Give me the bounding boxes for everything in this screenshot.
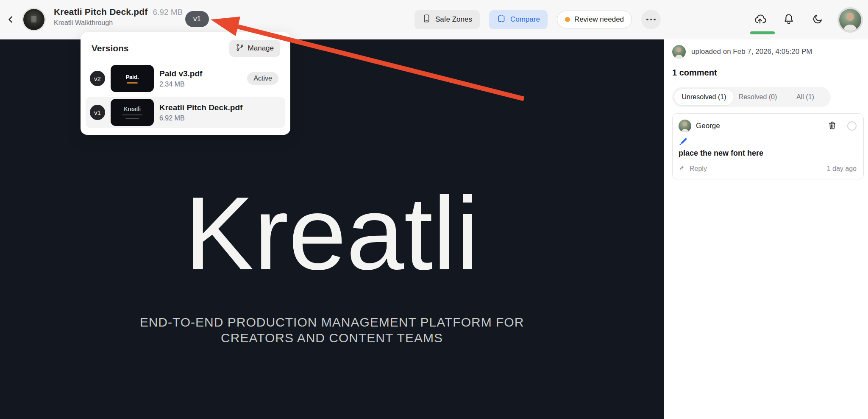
reply-label: Reply bbox=[690, 165, 707, 173]
version-file-name: Kreatli Pitch Deck.pdf bbox=[159, 103, 281, 112]
tab-unresolved[interactable]: Unresolved (1) bbox=[674, 89, 734, 106]
bell-icon bbox=[782, 13, 795, 27]
more-options-button[interactable] bbox=[641, 10, 661, 29]
versions-popover: Versions Manage v2 Paid. Paid v3.pdf 2.3… bbox=[81, 32, 290, 135]
version-number-badge: v2 bbox=[90, 71, 105, 86]
back-button[interactable] bbox=[4, 13, 18, 27]
moon-icon bbox=[812, 13, 823, 26]
uploaded-timestamp: uploaded on Feb 7, 2026, 4:05:20 PM bbox=[691, 47, 812, 56]
annotation-pen-icon[interactable] bbox=[679, 137, 688, 146]
file-info: Kreatli Pitch Deck.pdf 6.92 MB Kreatli W… bbox=[54, 7, 183, 27]
upload-progress-bar bbox=[750, 31, 775, 34]
upload-meta-row: uploaded on Feb 7, 2026, 4:05:20 PM bbox=[672, 45, 862, 59]
active-version-badge: Active bbox=[247, 72, 278, 85]
comments-sidebar: uploaded on Feb 7, 2026, 4:05:20 PM 1 co… bbox=[664, 39, 868, 419]
version-thumbnail: Kreatli bbox=[111, 99, 154, 126]
breadcrumb-project-name: Kreatli Walkthrough bbox=[54, 19, 183, 27]
compare-icon bbox=[497, 14, 506, 25]
delete-comment-button[interactable] bbox=[826, 120, 837, 131]
version-number-badge: v1 bbox=[90, 105, 105, 120]
version-thumbnail: Paid. bbox=[111, 65, 154, 92]
comment-body: place the new font here bbox=[679, 149, 857, 158]
safe-zones-button[interactable]: Safe Zones bbox=[415, 10, 480, 29]
cloud-upload-icon bbox=[753, 13, 767, 27]
project-thumbnail[interactable] bbox=[23, 9, 45, 30]
tab-all[interactable]: All (1) bbox=[782, 89, 829, 106]
tab-resolved[interactable]: Resolved (0) bbox=[734, 89, 782, 106]
comment-author-avatar bbox=[679, 120, 691, 132]
uploader-avatar bbox=[672, 45, 686, 59]
reply-button[interactable]: Reply bbox=[679, 164, 707, 173]
nav-right bbox=[753, 0, 861, 39]
version-file-size: 2.34 MB bbox=[159, 81, 242, 88]
version-file-size: 6.92 MB bbox=[159, 115, 281, 122]
compare-label: Compare bbox=[510, 15, 540, 24]
phone-icon bbox=[422, 14, 431, 25]
comment-author-name: George bbox=[696, 122, 822, 130]
resolve-comment-toggle[interactable] bbox=[847, 121, 857, 131]
slide-tagline-line2: CREATORS AND CONTENT TEAMS bbox=[0, 330, 664, 346]
manage-versions-button[interactable]: Manage bbox=[229, 40, 280, 57]
user-avatar[interactable] bbox=[839, 9, 861, 31]
slide-tagline-line1: END-TO-END PRODUCTION MANAGEMENT PLATFOR… bbox=[0, 314, 664, 330]
safe-zones-label: Safe Zones bbox=[435, 15, 472, 24]
slide-logo-text: Kreatli bbox=[0, 189, 664, 278]
upload-status-button[interactable] bbox=[753, 13, 767, 27]
comment-filter-tabs: Unresolved (1) Resolved (0) All (1) bbox=[672, 87, 831, 107]
comments-count-heading: 1 comment bbox=[672, 68, 862, 78]
review-status-pill[interactable]: Review needed bbox=[557, 11, 632, 28]
version-badge-button[interactable]: v1 bbox=[185, 11, 209, 27]
trash-icon bbox=[827, 120, 837, 131]
version-row-v2[interactable]: v2 Paid. Paid v3.pdf 2.34 MB Active bbox=[86, 63, 285, 94]
chevron-left-icon bbox=[6, 15, 16, 25]
comment-card: George place the new font here Reply bbox=[672, 113, 864, 179]
file-review-page: Kreatli END-TO-END PRODUCTION MANAGEMENT… bbox=[0, 0, 868, 419]
ellipsis-icon bbox=[646, 19, 656, 21]
compare-button[interactable]: Compare bbox=[489, 10, 548, 29]
manage-label: Manage bbox=[248, 44, 274, 53]
slide-tagline: END-TO-END PRODUCTION MANAGEMENT PLATFOR… bbox=[0, 314, 664, 346]
review-status-label: Review needed bbox=[574, 15, 624, 24]
notifications-button[interactable] bbox=[782, 13, 796, 27]
version-file-name: Paid v3.pdf bbox=[159, 69, 242, 78]
version-row-v1[interactable]: v1 Kreatli Kreatli Pitch Deck.pdf 6.92 M… bbox=[86, 97, 285, 128]
reply-arrow-icon bbox=[679, 164, 687, 173]
file-title: Kreatli Pitch Deck.pdf bbox=[54, 7, 147, 17]
comment-timestamp: 1 day ago bbox=[827, 165, 857, 173]
status-dot-icon bbox=[565, 17, 570, 22]
versions-title: Versions bbox=[92, 43, 129, 53]
git-branch-icon bbox=[236, 43, 244, 54]
dark-mode-toggle[interactable] bbox=[810, 13, 825, 27]
toolbar: Safe Zones Compare Review needed bbox=[415, 10, 661, 29]
file-size: 6.92 MB bbox=[153, 8, 183, 17]
